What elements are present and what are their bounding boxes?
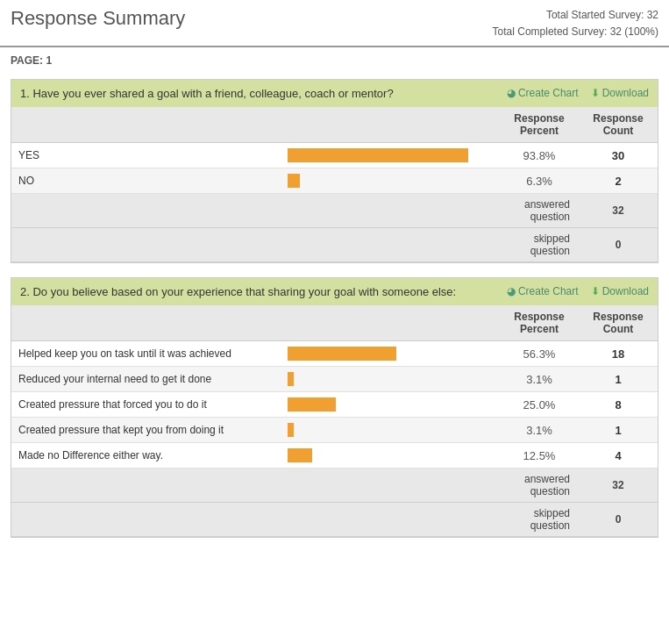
question-header-2: 2. Do you believe based on your experien… <box>11 278 658 305</box>
col-header-percent-2: Response Percent <box>500 305 579 341</box>
summary-label: answered question <box>500 469 579 503</box>
page-header: Response Summary Total Started Survey: 3… <box>0 0 669 47</box>
col-header-count-1: Response Count <box>579 107 658 143</box>
col-header-percent-1: Response Percent <box>500 107 579 143</box>
summary-empty-2 <box>281 228 500 262</box>
table-row: Reduced your internal need to get it don… <box>11 367 658 392</box>
summary-empty-2 <box>281 469 500 503</box>
create-chart-link-1[interactable]: ◕ Create Chart <box>507 87 579 99</box>
col-header-count-2: Response Count <box>579 305 658 341</box>
row-count: 4 <box>579 443 658 469</box>
table-row: NO6.3%2 <box>11 168 658 194</box>
row-percent: 12.5% <box>500 443 579 469</box>
table-row: Created pressure that forced you to do i… <box>11 392 658 418</box>
row-bar <box>281 418 500 443</box>
row-bar <box>281 443 500 469</box>
download-icon: ⬇ <box>591 87 600 99</box>
row-percent: 3.1% <box>500 367 579 392</box>
row-label: Reduced your internal need to get it don… <box>11 367 281 392</box>
row-bar <box>281 341 500 367</box>
summary-empty-2 <box>281 194 500 228</box>
row-count: 1 <box>579 367 658 392</box>
summary-empty-1 <box>11 194 281 228</box>
summary-count: 0 <box>579 503 658 537</box>
question-actions-1: ◕ Create Chart⬇ Download <box>507 87 649 99</box>
row-label: Created pressure that forced you to do i… <box>11 392 281 418</box>
chart-icon: ◕ <box>507 285 516 297</box>
summary-count: 0 <box>579 228 658 262</box>
summary-label: skipped question <box>500 503 579 537</box>
row-percent: 25.0% <box>500 392 579 418</box>
question-text-2: 2. Do you believe based on your experien… <box>20 285 507 298</box>
summary-label: skipped question <box>500 228 579 262</box>
row-count: 8 <box>579 392 658 418</box>
create-chart-label: Create Chart <box>518 87 579 99</box>
question-header-1: 1. Have you ever shared a goal with a fr… <box>11 80 658 107</box>
response-table-2: Response PercentResponse CountHelped kee… <box>11 305 658 537</box>
row-label: YES <box>11 143 281 168</box>
question-block-1: 1. Have you ever shared a goal with a fr… <box>11 79 658 263</box>
header-stats: Total Started Survey: 32 Total Completed… <box>493 7 658 40</box>
create-chart-label: Create Chart <box>518 285 579 297</box>
table-row: Helped keep you on task until it was ach… <box>11 341 658 367</box>
summary-empty-2 <box>281 503 500 537</box>
summary-empty-1 <box>11 228 281 262</box>
row-label: Made no Difference either way. <box>11 443 281 469</box>
row-bar <box>281 143 500 168</box>
row-bar <box>281 168 500 194</box>
row-count: 30 <box>579 143 658 168</box>
table-row: Created pressure that kept you from doin… <box>11 418 658 443</box>
download-label: Download <box>602 285 649 297</box>
row-percent: 6.3% <box>500 168 579 194</box>
download-icon: ⬇ <box>591 285 600 297</box>
summary-empty-1 <box>11 469 281 503</box>
summary-count: 32 <box>579 469 658 503</box>
question-text-1: 1. Have you ever shared a goal with a fr… <box>20 87 507 100</box>
download-link-1[interactable]: ⬇ Download <box>591 87 649 99</box>
row-percent: 93.8% <box>500 143 579 168</box>
question-block-2: 2. Do you believe based on your experien… <box>11 277 658 538</box>
row-count: 2 <box>579 168 658 194</box>
summary-row: skipped question0 <box>11 503 658 537</box>
total-completed: Total Completed Survey: 32 (100%) <box>493 24 658 40</box>
row-bar <box>281 392 500 418</box>
row-count: 1 <box>579 418 658 443</box>
page-title: Response Summary <box>11 7 185 30</box>
summary-row: answered question32 <box>11 194 658 228</box>
summary-count: 32 <box>579 194 658 228</box>
row-count: 18 <box>579 341 658 367</box>
summary-label: answered question <box>500 194 579 228</box>
response-table-1: Response PercentResponse CountYES93.8%30… <box>11 107 658 262</box>
download-link-2[interactable]: ⬇ Download <box>591 285 649 297</box>
row-label: Helped keep you on task until it was ach… <box>11 341 281 367</box>
table-row: Made no Difference either way.12.5%4 <box>11 443 658 469</box>
summary-empty-1 <box>11 503 281 537</box>
row-bar <box>281 367 500 392</box>
create-chart-link-2[interactable]: ◕ Create Chart <box>507 285 579 297</box>
row-label: Created pressure that kept you from doin… <box>11 418 281 443</box>
summary-row: answered question32 <box>11 469 658 503</box>
row-percent: 56.3% <box>500 341 579 367</box>
summary-row: skipped question0 <box>11 228 658 262</box>
page-label: PAGE: 1 <box>0 47 669 74</box>
question-actions-2: ◕ Create Chart⬇ Download <box>507 285 649 297</box>
total-started: Total Started Survey: 32 <box>493 7 658 24</box>
chart-icon: ◕ <box>507 87 516 99</box>
table-row: YES93.8%30 <box>11 143 658 168</box>
row-label: NO <box>11 168 281 194</box>
download-label: Download <box>602 87 649 99</box>
row-percent: 3.1% <box>500 418 579 443</box>
